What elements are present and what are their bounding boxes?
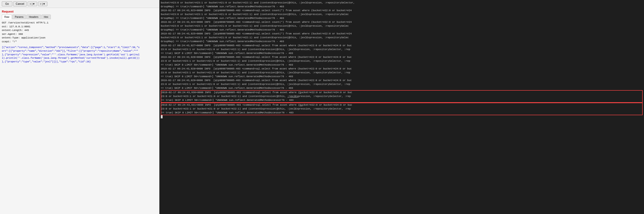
log-line: 2019-02-17 09:24:43,928+0000 INFO [qtp90… [161,55,643,67]
cancel-button[interactable]: Cancel [13,1,27,6]
log-line: 2019-02-17 09:24:43,929+0000 INFO [qtp90… [161,78,643,90]
toolbar: Go Cancel < |▼ > |▼ [0,0,159,8]
header-line: ost: 127.0.0.1:8081 [2,25,157,29]
header-line: ontent-Type: application/json [2,36,157,40]
log-line-highlighted: 2019-02-17 09:24:43,930+0000 INFO [qtp90… [161,90,643,103]
request-section: Request Raw Params Headers Hex OST /serv… [0,8,159,214]
tab-raw[interactable]: Raw [2,14,12,19]
log-line: 2019-02-17 09:24:43,925+0000 INFO [qtp90… [161,32,643,44]
header-line: OST /service/extdirect HTTP/1.1 [2,21,157,25]
request-headers: OST /service/extdirect HTTP/1.1 ost: 127… [2,21,157,44]
tab-bar: Raw Params Headers Hex [2,14,157,19]
header-line: ser-Agent: 360 [2,32,157,36]
log-line: 2019-02-17 09:24:43,928+0000 INFO [qtp90… [161,67,643,78]
left-panel: Go Cancel < |▼ > |▼ Request Raw Params H… [0,0,160,214]
header-line: ccept: */* [2,40,157,44]
tab-hex[interactable]: Hex [42,14,51,19]
text-cursor [161,115,162,118]
tab-params[interactable]: Params [12,14,26,19]
tab-headers[interactable]: Headers [26,14,41,19]
right-panel[interactable]: bucket=#23:0 or bucket=#23:1 or bucket=#… [160,0,644,214]
log-line: bucket=#23:0 or bucket=#23:1 or bucket=#… [161,1,643,9]
next-button[interactable]: > |▼ [38,2,47,6]
log-line: 2019-02-17 09:24:43,927+0000 INFO [qtp90… [161,44,643,55]
log-line: 2019-02-17 09:24:43,924+0000 INFO [qtp90… [161,20,643,32]
request-body: [{"action":"coreui_Component","method":"… [2,46,157,64]
request-title: Request [2,10,157,13]
prev-button[interactable]: < |▼ [28,2,37,6]
log-line: 2019-02-17 09:24:43,923+0000 INFO [qtp90… [161,9,643,20]
log-line-last-highlighted: 2019-02-17 09:24:43,931+0000 INFO [qtp90… [161,103,643,115]
header-line: ontent-Length: 445 [2,28,157,32]
go-button[interactable]: Go [2,1,12,6]
cursor-line [161,115,643,118]
